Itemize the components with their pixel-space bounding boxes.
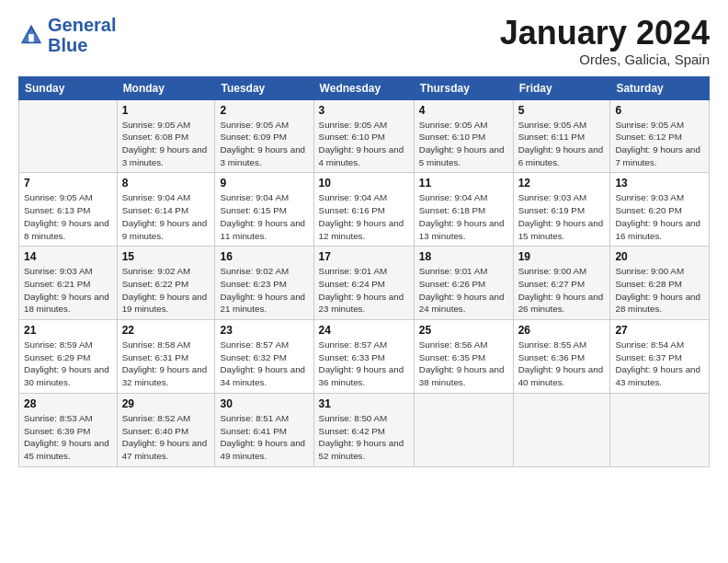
- calendar-cell: 14 Sunrise: 9:03 AMSunset: 6:21 PMDaylig…: [19, 247, 118, 320]
- day-info: Sunrise: 8:55 AMSunset: 6:36 PMDaylight:…: [518, 339, 606, 389]
- calendar-cell: [414, 393, 513, 466]
- svg-rect-2: [28, 34, 34, 41]
- calendar-cell: 5 Sunrise: 9:05 AMSunset: 6:11 PMDayligh…: [513, 99, 610, 173]
- day-number: 18: [419, 250, 508, 263]
- day-info: Sunrise: 9:02 AMSunset: 6:22 PMDaylight:…: [122, 265, 210, 316]
- day-number: 5: [518, 104, 606, 117]
- day-number: 13: [615, 177, 704, 190]
- calendar-cell: 3 Sunrise: 9:05 AMSunset: 6:10 PMDayligh…: [313, 99, 414, 173]
- calendar-cell: 15 Sunrise: 9:02 AMSunset: 6:22 PMDaylig…: [117, 247, 215, 320]
- calendar-cell: 1 Sunrise: 9:05 AMSunset: 6:08 PMDayligh…: [117, 99, 215, 173]
- header: General Blue January 2024 Ordes, Galicia…: [18, 15, 710, 67]
- day-number: 21: [24, 324, 112, 337]
- day-number: 28: [24, 397, 112, 410]
- day-info: Sunrise: 8:57 AMSunset: 6:33 PMDaylight:…: [319, 339, 409, 389]
- day-number: 30: [220, 397, 308, 410]
- calendar-cell: 10 Sunrise: 9:04 AMSunset: 6:16 PMDaylig…: [313, 173, 414, 247]
- day-info: Sunrise: 9:04 AMSunset: 6:14 PMDaylight:…: [122, 191, 210, 242]
- calendar-cell: 2 Sunrise: 9:05 AMSunset: 6:09 PMDayligh…: [215, 99, 313, 173]
- calendar-cell: [610, 393, 710, 466]
- header-thursday: Thursday: [414, 76, 513, 99]
- day-info: Sunrise: 9:05 AMSunset: 6:10 PMDaylight:…: [319, 119, 409, 169]
- day-number: 4: [419, 104, 508, 117]
- day-info: Sunrise: 9:02 AMSunset: 6:23 PMDaylight:…: [220, 265, 308, 316]
- day-info: Sunrise: 9:05 AMSunset: 6:08 PMDaylight:…: [122, 119, 210, 169]
- day-number: 19: [518, 250, 606, 263]
- day-number: 31: [319, 397, 409, 410]
- calendar-cell: 9 Sunrise: 9:04 AMSunset: 6:15 PMDayligh…: [215, 173, 313, 247]
- day-number: 6: [615, 104, 704, 117]
- calendar-week-1: 7 Sunrise: 9:05 AMSunset: 6:13 PMDayligh…: [19, 173, 710, 247]
- header-friday: Friday: [513, 76, 610, 99]
- day-info: Sunrise: 8:59 AMSunset: 6:29 PMDaylight:…: [24, 339, 112, 389]
- day-info: Sunrise: 9:05 AMSunset: 6:11 PMDaylight:…: [518, 119, 606, 169]
- day-info: Sunrise: 9:03 AMSunset: 6:19 PMDaylight:…: [518, 191, 606, 242]
- calendar-cell: 11 Sunrise: 9:04 AMSunset: 6:18 PMDaylig…: [414, 173, 513, 247]
- calendar-cell: 6 Sunrise: 9:05 AMSunset: 6:12 PMDayligh…: [610, 99, 710, 173]
- calendar-cell: 22 Sunrise: 8:58 AMSunset: 6:31 PMDaylig…: [117, 320, 215, 394]
- day-number: 15: [122, 250, 210, 263]
- calendar-cell: 4 Sunrise: 9:05 AMSunset: 6:10 PMDayligh…: [414, 99, 513, 173]
- day-number: 10: [319, 177, 409, 190]
- calendar-cell: 30 Sunrise: 8:51 AMSunset: 6:41 PMDaylig…: [215, 393, 313, 466]
- calendar-cell: 13 Sunrise: 9:03 AMSunset: 6:20 PMDaylig…: [610, 173, 710, 247]
- day-number: 8: [122, 177, 210, 190]
- calendar-table: Sunday Monday Tuesday Wednesday Thursday…: [18, 76, 710, 467]
- calendar-cell: [513, 393, 610, 466]
- day-info: Sunrise: 9:01 AMSunset: 6:24 PMDaylight:…: [319, 265, 409, 316]
- calendar-cell: 24 Sunrise: 8:57 AMSunset: 6:33 PMDaylig…: [313, 320, 414, 394]
- header-wednesday: Wednesday: [313, 76, 414, 99]
- calendar-cell: 20 Sunrise: 9:00 AMSunset: 6:28 PMDaylig…: [610, 247, 710, 320]
- day-info: Sunrise: 8:57 AMSunset: 6:32 PMDaylight:…: [220, 339, 308, 389]
- day-info: Sunrise: 9:00 AMSunset: 6:27 PMDaylight:…: [518, 265, 606, 316]
- calendar-cell: 12 Sunrise: 9:03 AMSunset: 6:19 PMDaylig…: [513, 173, 610, 247]
- calendar-cell: 25 Sunrise: 8:56 AMSunset: 6:35 PMDaylig…: [414, 320, 513, 394]
- calendar-cell: 28 Sunrise: 8:53 AMSunset: 6:39 PMDaylig…: [19, 393, 118, 466]
- day-number: 17: [319, 250, 409, 263]
- calendar-cell: 27 Sunrise: 8:54 AMSunset: 6:37 PMDaylig…: [610, 320, 710, 394]
- day-number: 20: [615, 250, 704, 263]
- calendar-cell: 26 Sunrise: 8:55 AMSunset: 6:36 PMDaylig…: [513, 320, 610, 394]
- header-sunday: Sunday: [19, 76, 118, 99]
- day-info: Sunrise: 8:56 AMSunset: 6:35 PMDaylight:…: [419, 339, 508, 389]
- day-number: 25: [419, 324, 508, 337]
- day-number: 22: [122, 324, 210, 337]
- day-number: 12: [518, 177, 606, 190]
- day-number: 2: [220, 104, 308, 117]
- calendar-week-3: 21 Sunrise: 8:59 AMSunset: 6:29 PMDaylig…: [19, 320, 710, 394]
- calendar-week-2: 14 Sunrise: 9:03 AMSunset: 6:21 PMDaylig…: [19, 247, 710, 320]
- calendar-cell: 21 Sunrise: 8:59 AMSunset: 6:29 PMDaylig…: [19, 320, 118, 394]
- day-info: Sunrise: 9:01 AMSunset: 6:26 PMDaylight:…: [419, 265, 508, 316]
- day-number: 7: [24, 177, 112, 190]
- day-number: 26: [518, 324, 606, 337]
- day-number: 11: [419, 177, 508, 190]
- day-number: 29: [122, 397, 210, 410]
- day-number: 16: [220, 250, 308, 263]
- calendar-cell: [19, 99, 118, 173]
- title-block: January 2024 Ordes, Galicia, Spain: [500, 15, 710, 67]
- logo-icon: [18, 22, 44, 48]
- header-saturday: Saturday: [610, 76, 710, 99]
- day-info: Sunrise: 9:04 AMSunset: 6:16 PMDaylight:…: [319, 191, 409, 242]
- day-info: Sunrise: 9:00 AMSunset: 6:28 PMDaylight:…: [615, 265, 704, 316]
- day-info: Sunrise: 9:03 AMSunset: 6:21 PMDaylight:…: [24, 265, 112, 316]
- day-number: 3: [319, 104, 409, 117]
- calendar-cell: 29 Sunrise: 8:52 AMSunset: 6:40 PMDaylig…: [117, 393, 215, 466]
- calendar-page: General Blue January 2024 Ordes, Galicia…: [0, 0, 728, 563]
- location: Ordes, Galicia, Spain: [500, 52, 710, 67]
- day-info: Sunrise: 9:04 AMSunset: 6:15 PMDaylight:…: [220, 191, 308, 242]
- day-number: 23: [220, 324, 308, 337]
- calendar-week-4: 28 Sunrise: 8:53 AMSunset: 6:39 PMDaylig…: [19, 393, 710, 466]
- day-info: Sunrise: 9:05 AMSunset: 6:09 PMDaylight:…: [220, 119, 308, 169]
- calendar-week-0: 1 Sunrise: 9:05 AMSunset: 6:08 PMDayligh…: [19, 99, 710, 173]
- day-info: Sunrise: 8:54 AMSunset: 6:37 PMDaylight:…: [615, 339, 704, 389]
- calendar-cell: 31 Sunrise: 8:50 AMSunset: 6:42 PMDaylig…: [313, 393, 414, 466]
- calendar-cell: 16 Sunrise: 9:02 AMSunset: 6:23 PMDaylig…: [215, 247, 313, 320]
- day-info: Sunrise: 8:52 AMSunset: 6:40 PMDaylight:…: [122, 412, 210, 463]
- calendar-cell: 8 Sunrise: 9:04 AMSunset: 6:14 PMDayligh…: [117, 173, 215, 247]
- day-info: Sunrise: 9:05 AMSunset: 6:10 PMDaylight:…: [419, 119, 508, 169]
- calendar-cell: 7 Sunrise: 9:05 AMSunset: 6:13 PMDayligh…: [19, 173, 118, 247]
- calendar-cell: 19 Sunrise: 9:00 AMSunset: 6:27 PMDaylig…: [513, 247, 610, 320]
- header-tuesday: Tuesday: [215, 76, 313, 99]
- day-info: Sunrise: 9:05 AMSunset: 6:13 PMDaylight:…: [24, 191, 112, 242]
